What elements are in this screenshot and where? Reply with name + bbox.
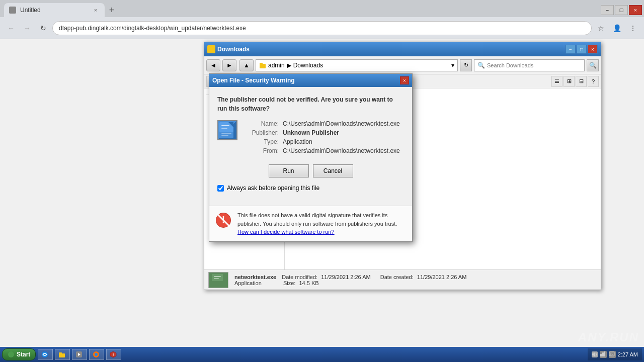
explorer-close-btn[interactable]: × (588, 45, 598, 54)
detail-type-value: Application (283, 138, 312, 145)
account-button[interactable]: 👤 (610, 21, 624, 35)
explorer-toolbar: ◄ ► ▲ admin ▶ Downloads ▾ ↻ 🔍 🔍 (204, 56, 601, 74)
svg-rect-36 (604, 351, 605, 356)
status-info: networktest.exe Date modified: 11/29/202… (234, 274, 466, 286)
always-ask-checkbox[interactable] (217, 185, 224, 192)
explorer-statusbar: networktest.exe Date modified: 11/29/202… (204, 269, 601, 290)
active-tab[interactable]: Untitled × (4, 3, 105, 17)
path-dropdown[interactable]: ▾ (451, 62, 454, 69)
status-size-label: Size: (283, 280, 295, 286)
svg-rect-34 (600, 354, 602, 356)
status-date-modified-label: Date modified: (282, 274, 317, 280)
svg-rect-26 (59, 352, 62, 354)
view-btn-details[interactable]: ☰ (551, 76, 562, 87)
tab-title: Untitled (20, 7, 88, 14)
svg-rect-3 (260, 63, 263, 64)
svg-rect-19 (221, 135, 228, 136)
refresh-button[interactable]: ↻ (36, 21, 50, 35)
run-button[interactable]: Run (269, 164, 309, 177)
svg-rect-10 (212, 274, 223, 281)
help-btn[interactable]: ? (588, 76, 599, 87)
dialog-titlebar: Open File - Security Warning × (209, 74, 412, 87)
explorer-title-text: Downloads (217, 46, 564, 53)
start-button[interactable]: Start (2, 348, 36, 360)
tray-volume-icon[interactable] (592, 351, 598, 357)
detail-name-label: Name: (244, 120, 279, 127)
explorer-minimize-btn[interactable]: − (566, 45, 576, 54)
view-btn-icons[interactable]: ⊟ (576, 76, 587, 87)
forward-button[interactable]: → (20, 21, 34, 35)
svg-rect-17 (221, 128, 227, 129)
status-type: Application (234, 280, 262, 286)
refresh-folder-btn[interactable]: ↻ (460, 59, 472, 71)
status-size: 14.5 KB (299, 280, 318, 286)
forward-nav-btn[interactable]: ► (222, 59, 236, 71)
search-btn[interactable]: 🔍 (587, 59, 599, 71)
detail-from-row: From: C:\Users\admin\Downloads\networkte… (244, 147, 404, 154)
detail-publisher-label: Publisher: (244, 129, 279, 136)
address-bar[interactable]: dtapp-pub.dingtalk.com/dingtalk-desktop/… (52, 21, 592, 35)
warning-main-text: This file does not have a valid digital … (237, 212, 397, 227)
tab-close-btn[interactable]: × (92, 6, 100, 14)
svg-rect-35 (602, 352, 604, 356)
status-file-icon (208, 272, 228, 288)
menu-button[interactable]: ⋮ (626, 21, 640, 35)
svg-rect-25 (59, 353, 65, 357)
taskbar-folder-btn[interactable] (55, 349, 70, 360)
search-input[interactable] (487, 62, 581, 68)
watermark: ANY.RUN (578, 330, 639, 344)
status-date-modified: 11/29/2021 2:26 AM (321, 274, 370, 280)
taskbar-security-btn[interactable]: ! (106, 349, 121, 360)
taskbar-firefox-btn[interactable] (89, 349, 104, 360)
dialog-warning-text: The publisher could not be verified. Are… (217, 95, 404, 113)
detail-publisher-row: Publisher: Unknown Publisher (244, 129, 404, 136)
explorer-titlebar: Downloads − □ × (204, 42, 601, 56)
warning-icon: ! (214, 211, 232, 229)
file-details: Name: C:\Users\admin\Downloads\networkte… (244, 120, 404, 156)
warning-link[interactable]: How can I decide what software to run? (237, 229, 335, 235)
status-date-created-label: Date created: (380, 274, 414, 280)
browser-maximize-btn[interactable]: □ (615, 5, 628, 15)
view-btn-tiles[interactable]: ⊞ (564, 76, 575, 87)
tray-keyboard-icon[interactable]: EN (609, 351, 616, 358)
browser-content: Downloads − □ × ◄ ► ▲ admin ▶ Downloads … (0, 39, 644, 362)
detail-from-value: C:\Users\admin\Downloads\networktest.exe (283, 147, 400, 154)
new-tab-button[interactable]: + (105, 3, 119, 17)
browser-minimize-btn[interactable]: − (601, 5, 614, 15)
browser-close-btn[interactable]: × (629, 5, 642, 15)
back-nav-btn[interactable]: ◄ (206, 59, 220, 71)
file-icon-large (217, 120, 237, 140)
explorer-titlebar-btns: − □ × (566, 45, 598, 54)
cancel-button[interactable]: Cancel (313, 164, 353, 177)
up-nav-btn[interactable]: ▲ (239, 59, 254, 71)
svg-text:!: ! (113, 352, 114, 357)
detail-name-value: C:\Users\admin\Downloads\networktest.exe (283, 120, 400, 127)
path-admin: admin (268, 62, 285, 69)
taskbar-tray: EN 2:27 AM (588, 348, 642, 360)
always-ask-label: Always ask before opening this file (227, 185, 319, 192)
bookmark-button[interactable]: ☆ (594, 21, 608, 35)
svg-point-23 (8, 351, 14, 357)
svg-point-30 (95, 353, 98, 356)
dialog-close-btn[interactable]: × (400, 76, 409, 84)
back-button[interactable]: ← (4, 21, 18, 35)
svg-rect-18 (221, 133, 231, 134)
taskbar-ie-btn[interactable] (38, 349, 53, 360)
search-box[interactable]: 🔍 (474, 59, 585, 71)
explorer-maximize-btn[interactable]: □ (577, 45, 587, 54)
address-path[interactable]: admin ▶ Downloads ▾ (256, 59, 458, 71)
tab-favicon (9, 7, 16, 14)
tray-network-icon[interactable] (600, 351, 607, 358)
svg-text:EN: EN (610, 353, 613, 356)
dialog-warning-section: ! This file does not have a valid digita… (209, 206, 412, 241)
taskbar-media-btn[interactable] (72, 349, 87, 360)
dialog-file-info: Name: C:\Users\admin\Downloads\networkte… (217, 120, 404, 156)
search-icon: 🔍 (477, 62, 485, 69)
dialog-checkbox: Always ask before opening this file (217, 185, 404, 192)
svg-marker-33 (592, 352, 595, 357)
detail-type-row: Type: Application (244, 138, 404, 145)
svg-rect-12 (214, 278, 219, 279)
address-text: dtapp-pub.dingtalk.com/dingtalk-desktop/… (59, 25, 585, 32)
view-btns: ☰ ⊞ ⊟ ? (551, 76, 599, 87)
detail-name-row: Name: C:\Users\admin\Downloads\networkte… (244, 120, 404, 127)
